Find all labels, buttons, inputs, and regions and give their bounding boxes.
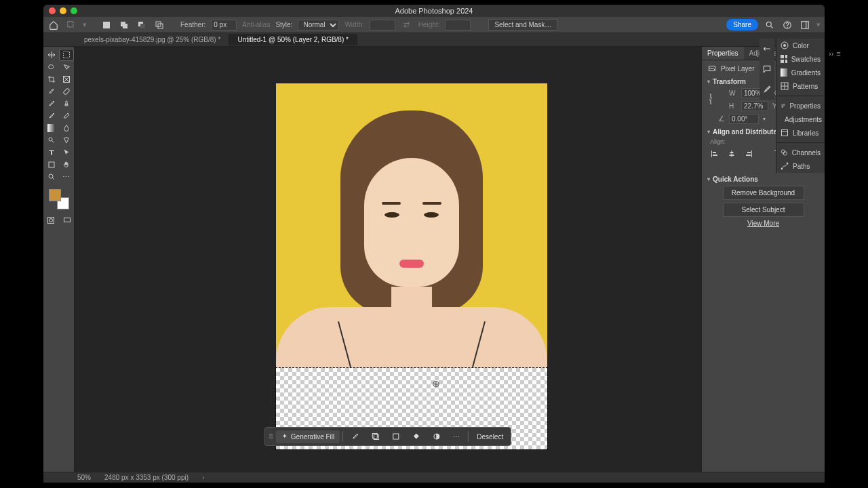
svg-rect-32 (729, 155, 734, 156)
select-subject-ctx-icon[interactable] (346, 430, 365, 443)
subtract-selection-icon[interactable] (136, 19, 148, 31)
quick-select-tool-icon[interactable] (60, 62, 73, 73)
select-subject-button[interactable]: Select Subject (723, 203, 804, 217)
share-button[interactable]: Share (726, 19, 758, 30)
remove-bg-ctx-icon[interactable] (366, 430, 385, 443)
lasso-tool-icon[interactable] (45, 62, 58, 73)
align-left-icon[interactable] (710, 149, 720, 159)
canvas-area[interactable]: ⊕ ⠿ Generative Fill ⋯ Deselect (75, 47, 701, 472)
svg-rect-51 (781, 68, 787, 77)
angle-dropdown-icon[interactable]: ▾ (763, 116, 766, 122)
new-selection-icon[interactable] (100, 19, 113, 31)
dodge-tool-icon[interactable] (45, 135, 58, 146)
svg-rect-15 (47, 124, 56, 132)
more-tools-icon[interactable]: ⋯ (60, 171, 73, 182)
tool-preset-icon[interactable] (65, 19, 77, 31)
frame-tool-icon[interactable] (60, 74, 73, 85)
select-and-mask-button[interactable]: Select and Mask… (488, 19, 557, 30)
home-icon[interactable] (47, 19, 60, 31)
deselect-button[interactable]: Deselect (471, 430, 509, 443)
align-right-icon[interactable] (743, 149, 753, 159)
help-icon[interactable] (781, 19, 793, 31)
svg-rect-49 (781, 60, 784, 63)
brushes-panel-icon[interactable] (761, 43, 773, 55)
brush-tool-icon[interactable] (45, 98, 58, 109)
type-tool-icon[interactable] (45, 147, 58, 158)
document-tab-1[interactable]: Untitled-1 @ 50% (Layer 2, RGB/8) * (229, 34, 357, 45)
svg-rect-48 (785, 55, 787, 58)
view-more-link[interactable]: View More (707, 220, 819, 227)
marquee-tool-icon[interactable] (60, 49, 73, 60)
shape-tool-icon[interactable] (45, 159, 58, 170)
svg-rect-11 (802, 21, 809, 28)
svg-rect-22 (373, 434, 378, 439)
document-canvas[interactable]: ⊕ (276, 83, 547, 449)
search-icon[interactable] (764, 19, 776, 31)
remove-background-button[interactable]: Remove Background (723, 186, 804, 200)
add-selection-icon[interactable] (118, 19, 130, 31)
drag-handle-icon[interactable]: ⠿ (267, 430, 275, 443)
eraser-tool-icon[interactable] (60, 110, 73, 121)
adjustments-panel-row[interactable]: Adjustments (776, 113, 825, 126)
link-wh-icon[interactable] (707, 92, 714, 106)
color-panel-row[interactable]: Color (776, 39, 825, 52)
heal-tool-icon[interactable] (60, 86, 73, 97)
screen-mode-icon[interactable] (60, 215, 74, 226)
stamp-tool-icon[interactable] (60, 98, 73, 109)
status-chevron-icon[interactable]: › (202, 474, 204, 481)
paths-panel-row[interactable]: Paths (776, 159, 825, 173)
history-panel-icon[interactable] (761, 83, 773, 96)
generative-fill-button[interactable]: Generative Fill (276, 430, 340, 443)
channels-panel-row[interactable]: Channels (776, 146, 825, 159)
svg-rect-56 (782, 130, 788, 136)
quick-actions-header[interactable]: ▾Quick Actions (707, 176, 819, 183)
transform-angle[interactable]: 0.00° (729, 114, 759, 124)
transform-h[interactable]: 22.7% (741, 101, 768, 111)
patterns-panel-row[interactable]: Patterns (776, 79, 825, 93)
properties-panel-row[interactable]: Properties (776, 99, 825, 113)
document-tab-0[interactable]: pexels-pixabay-415829.jpg @ 25% (RGB/8) … (76, 34, 229, 45)
svg-rect-30 (731, 150, 732, 157)
panel-menu-icon[interactable]: ≡ (836, 49, 840, 58)
fill-ctx-icon[interactable] (407, 430, 426, 443)
minimize-window-icon[interactable] (60, 7, 66, 14)
swatches-panel-row[interactable]: Swatches (776, 52, 825, 66)
zoom-tool-icon[interactable] (45, 171, 58, 182)
foreground-swatch[interactable] (49, 189, 61, 201)
transform-ctx-icon[interactable] (387, 430, 406, 443)
move-tool-icon[interactable] (45, 49, 58, 60)
color-swatches[interactable] (49, 189, 69, 209)
tab-properties[interactable]: Properties (702, 47, 744, 60)
gradients-panel-row[interactable]: Gradients (776, 66, 825, 79)
collapse-panel-icon[interactable]: ›› (829, 49, 833, 58)
maximize-window-icon[interactable] (71, 7, 77, 14)
svg-point-60 (787, 163, 788, 164)
zoom-level[interactable]: 50% (77, 474, 91, 481)
image-content (276, 83, 547, 368)
pen-tool-icon[interactable] (60, 135, 73, 146)
svg-rect-1 (103, 22, 110, 28)
history-brush-icon[interactable] (45, 110, 58, 121)
crop-tool-icon[interactable] (45, 74, 58, 85)
invert-ctx-icon[interactable] (427, 430, 446, 443)
gradient-tool-icon[interactable] (45, 123, 58, 134)
quick-mask-icon[interactable] (44, 215, 58, 226)
svg-rect-34 (747, 152, 751, 153)
blur-tool-icon[interactable] (60, 123, 73, 134)
options-bar: ▾ Feather: Anti-alias Style: Normal Widt… (43, 17, 825, 33)
hand-tool-icon[interactable] (60, 159, 73, 170)
feather-input[interactable] (211, 20, 237, 30)
libraries-panel-row[interactable]: Libraries (776, 126, 825, 140)
style-select[interactable]: Normal (298, 20, 339, 30)
svg-rect-50 (785, 60, 787, 63)
intersect-selection-icon[interactable] (153, 19, 165, 31)
eyedropper-tool-icon[interactable] (45, 86, 58, 97)
svg-rect-12 (63, 52, 69, 58)
comments-panel-icon[interactable] (761, 63, 773, 75)
align-hcenter-icon[interactable] (727, 149, 737, 159)
more-ctx-icon[interactable]: ⋯ (448, 430, 465, 443)
workspace-icon[interactable] (799, 19, 811, 31)
path-select-tool-icon[interactable] (60, 147, 73, 158)
svg-point-20 (49, 219, 52, 222)
close-window-icon[interactable] (49, 7, 56, 14)
